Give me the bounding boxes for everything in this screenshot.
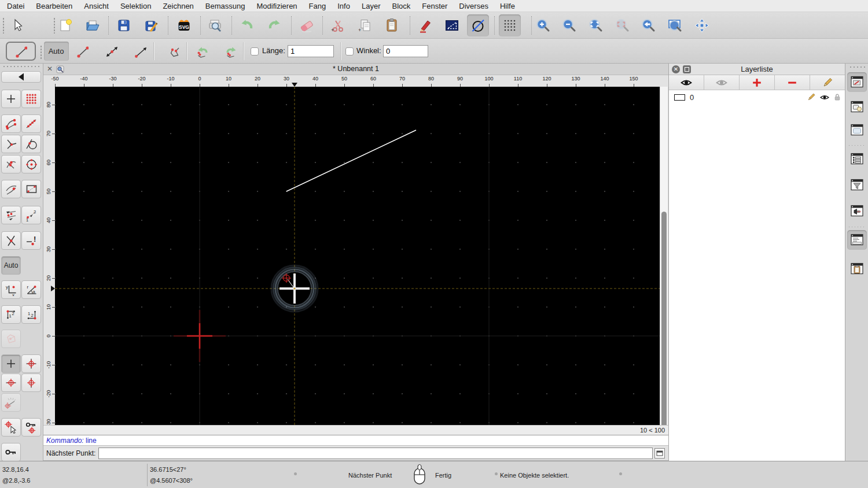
redo-button[interactable]	[263, 14, 285, 36]
layer-edit-icon[interactable]	[807, 93, 816, 102]
snap-free-button[interactable]	[1, 90, 21, 108]
menu-hilfe[interactable]: Hilfe	[494, 0, 521, 12]
snap-grid-button[interactable]	[21, 90, 41, 108]
print-preview-button[interactable]	[204, 14, 226, 36]
menu-diverses[interactable]: Diverses	[453, 0, 494, 12]
angle-checkbox[interactable]	[345, 47, 354, 56]
snap-auto-button[interactable]: Auto	[1, 256, 21, 275]
restrict-orthogonal-button[interactable]	[21, 354, 41, 373]
toolbar-drag-handle[interactable]	[2, 65, 39, 68]
remove-layer-button[interactable]	[775, 75, 810, 90]
dock-drag-handle[interactable]	[849, 66, 865, 68]
tool-line-button[interactable]	[6, 42, 36, 61]
segment-undo-button[interactable]	[190, 42, 213, 61]
cut-button[interactable]: +	[327, 14, 349, 36]
snap-center-button[interactable]	[21, 155, 41, 173]
dock-command-widget-button[interactable]	[847, 201, 867, 221]
menu-datei[interactable]: Datei	[0, 0, 30, 12]
dock-block-list-button[interactable]	[847, 97, 867, 117]
hide-all-layers-button[interactable]	[704, 75, 740, 90]
command-window-toggle-button[interactable]	[654, 448, 665, 459]
line-polygon-button[interactable]	[163, 42, 186, 61]
menu-selektion[interactable]: Selektion	[115, 0, 157, 12]
menu-layer[interactable]: Layer	[356, 0, 387, 12]
snap-middle-button[interactable]	[1, 155, 21, 173]
zoom-previous-button[interactable]	[637, 14, 659, 36]
modify-tools-button[interactable]	[467, 14, 489, 36]
snap-reference-button[interactable]	[21, 180, 41, 198]
restrict-vertical-button[interactable]	[21, 374, 41, 392]
copy-button[interactable]: +	[354, 14, 376, 36]
show-all-layers-button[interactable]	[669, 75, 704, 90]
menu-fang[interactable]: Fang	[303, 0, 332, 12]
draw-tools-button[interactable]	[415, 14, 437, 36]
dimension-tools-button[interactable]	[441, 14, 463, 36]
coord-cartesian-button[interactable]: yx	[1, 280, 21, 299]
dock-library-browser-button[interactable]	[847, 120, 867, 140]
zoom-auto-button[interactable]	[584, 14, 606, 36]
save-as-button[interactable]	[141, 14, 163, 36]
length-checkbox[interactable]	[251, 47, 259, 56]
coord-polar-button[interactable]: ra	[21, 280, 41, 299]
zoom-in-button[interactable]	[532, 14, 554, 36]
toolbar-handle[interactable]	[2, 17, 5, 34]
snap-perpendicular-button[interactable]	[1, 135, 21, 153]
snap-restrict-pair-button[interactable]	[1, 206, 21, 224]
paste-button[interactable]	[381, 14, 403, 36]
menu-info[interactable]: Info	[332, 0, 356, 12]
dock-property-editor-button[interactable]	[847, 149, 867, 169]
menu-block[interactable]: Block	[386, 0, 416, 12]
line-2-points-button[interactable]	[71, 42, 94, 61]
snap-intersection-manual-button[interactable]: !	[21, 231, 41, 250]
selection-pointer-button[interactable]	[6, 14, 28, 36]
menu-modifizieren[interactable]: Modifizieren	[251, 0, 303, 12]
corner-1-2-button[interactable]: 12	[1, 305, 21, 324]
snap-intersection-button[interactable]	[1, 231, 21, 250]
length-input[interactable]	[288, 45, 334, 57]
relative-zero-key-button[interactable]	[1, 443, 21, 461]
command-input[interactable]	[98, 448, 653, 459]
add-layer-button[interactable]	[740, 75, 775, 90]
dock-layer-list-button[interactable]	[847, 72, 867, 92]
undo-button[interactable]	[236, 14, 258, 36]
segment-redo-button[interactable]	[219, 42, 242, 61]
line-ray-button[interactable]	[128, 42, 152, 61]
pan-button[interactable]	[691, 14, 713, 36]
layer-row[interactable]: 0	[669, 91, 845, 103]
layer-lock-icon[interactable]	[833, 93, 841, 102]
vertical-scrollbar[interactable]	[660, 87, 668, 426]
edit-layer-button[interactable]	[810, 75, 845, 90]
dock-command-line-button[interactable]	[847, 230, 867, 250]
restrict-horizontal-button[interactable]	[1, 374, 21, 392]
toolbar-handle[interactable]	[40, 45, 42, 59]
menu-zeichnen[interactable]: Zeichnen	[157, 0, 199, 12]
open-file-button[interactable]	[82, 14, 104, 36]
restrict-none-button[interactable]	[1, 354, 21, 373]
snap-on-entity-button[interactable]	[21, 114, 41, 133]
line-infinite-button[interactable]	[100, 42, 123, 61]
dock-clipboard-button[interactable]	[847, 259, 867, 279]
layer-color-swatch[interactable]	[674, 94, 685, 101]
line-auto-button[interactable]: Auto	[44, 42, 69, 61]
dock-selection-filter-button[interactable]	[847, 175, 867, 195]
menu-bearbeiten[interactable]: Bearbeiten	[30, 0, 78, 12]
snap-tangent-button[interactable]	[21, 135, 41, 153]
corner-2-1-button[interactable]: 12	[21, 305, 41, 324]
grid-toggle-button[interactable]	[499, 14, 521, 36]
angle-input[interactable]	[383, 45, 428, 57]
menu-fenster[interactable]: Fenster	[416, 0, 453, 12]
save-button[interactable]	[113, 14, 135, 36]
zoom-out-button[interactable]	[558, 14, 580, 36]
snap-endpoints-button[interactable]	[1, 114, 21, 133]
new-file-button[interactable]	[54, 14, 76, 36]
snap-back-button[interactable]	[1, 71, 41, 83]
menu-ansicht[interactable]: Ansicht	[78, 0, 115, 12]
set-relative-zero-button[interactable]	[1, 418, 21, 437]
layer-visibility-icon[interactable]	[819, 93, 830, 102]
zoom-window-button[interactable]	[664, 14, 686, 36]
svg-export-button[interactable]: SVG	[173, 14, 195, 36]
snap-auto-intersection-button[interactable]	[1, 180, 21, 198]
scrollbar-thumb[interactable]	[661, 212, 667, 428]
delete-button[interactable]	[296, 14, 318, 36]
menu-bemassung[interactable]: Bemassung	[200, 0, 251, 12]
